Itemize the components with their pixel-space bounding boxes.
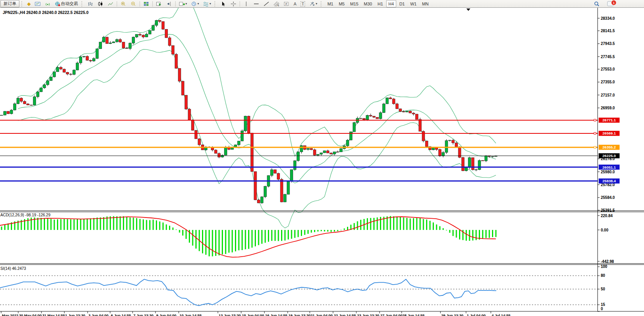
toolbar-grip [214,1,218,7]
toolbar-separator [175,1,176,7]
zoom-out-icon [130,1,136,7]
rsi-tick-label: 15 [601,302,606,307]
templates-button[interactable]: ▾ [201,0,212,7]
rsi-line [0,279,496,306]
timeframe-button-h1[interactable]: H1 [375,0,385,7]
toolbar-separator [240,1,240,7]
chart-window-icon [35,1,41,7]
rsi-indicator-label: SI(14) 46.2473 [0,266,26,271]
globe-icon [55,1,61,7]
chart-title-ohlc: JPN225-,H4 26240.0 26240.0 26222.5 26225… [3,10,88,15]
crosshair-button[interactable] [229,0,238,7]
macd-indicator-label: ACD(12,26,9) -98.19 -126.29 [0,213,50,217]
bollinger-bands-layer [18,8,496,228]
search-button[interactable] [592,0,601,7]
price-tick-label: 28141.5 [601,29,615,33]
zoom-in-icon [120,1,126,7]
auto-trading-button[interactable]: 自动交易 [53,0,79,7]
time-label: 9 Jun 04:00 [156,313,176,316]
time-label: May 2022 [2,313,18,316]
macd-panel [0,216,497,257]
macd-tick-label: -442.98 [601,259,614,264]
label-tool-button[interactable]: T [299,0,307,7]
timeframe-button-h4[interactable]: H4 [386,0,396,7]
time-label: 30 May 04:00 [19,313,42,316]
price-tick-label: 25391.5 [601,208,615,212]
toolbar-grip [21,1,24,7]
channel-icon: F [283,1,290,7]
dropdown-caret-icon: ▾ [197,2,199,5]
toolbar-separator [140,1,140,7]
trendline-icon [263,1,269,7]
auto-trading-label: 自动交易 [61,1,78,7]
line-chart-mode-button[interactable] [106,0,115,7]
time-label: 1 Jul 04:00 [467,313,486,316]
time-label: 7 Jun 23:30 [133,313,154,316]
price-axis[interactable]: 28334.028141.527943.527745.527553.027355… [598,16,620,312]
line-chart-icon [107,1,114,7]
vertical-line-icon [243,1,249,7]
timeframe-button-m1[interactable]: M1 [325,0,335,7]
chart-canvas[interactable]: 28334.028141.527943.527745.527553.027355… [0,8,644,316]
ohlc-bars-icon [87,1,93,7]
zoom-out-button[interactable] [129,0,138,7]
scroll-end-marker[interactable] [466,9,470,11]
arrows-icon [309,1,315,7]
time-axis[interactable]: May 202230 May 04:0031 May 14:551 Jun 23… [1,311,511,316]
template-icon [203,1,209,7]
time-label: 28 Jun 14:55 [402,313,425,316]
dropdown-caret-icon: ▾ [185,2,187,5]
toolbar-grip [81,1,85,7]
zoom-in-button[interactable] [119,0,128,7]
toolbar-right-icons: 1 [592,0,614,7]
auto-scroll-button[interactable] [154,0,164,7]
price-tick-label: 27553.0 [601,67,615,71]
tile-windows-button[interactable] [142,0,151,7]
candle-chart-mode-button[interactable] [96,0,105,7]
timeframe-button-m15[interactable]: M15 [348,0,361,7]
timeframe-button-m5[interactable]: M5 [337,0,347,7]
notification-badge: 1 [611,0,616,5]
horizontal-line-tool-button[interactable] [252,0,261,7]
new-order-button[interactable]: 新订单 [0,0,19,7]
level-price-label: 26569.1 [603,131,616,135]
fibonacci-tool-button[interactable]: E [272,0,281,7]
level-anchor[interactable] [594,119,596,121]
time-label: 23 Jun 23:30 [357,313,379,316]
chart-area[interactable]: 28334.028141.527943.527745.527553.027355… [0,8,644,316]
text-tool-icon: A [294,2,296,6]
trendline-tool-button[interactable] [262,0,271,7]
time-label: 21 Jun 04:00 [311,313,333,316]
rsi-tick-label: 0 [601,307,603,311]
bar-chart-mode-button[interactable] [86,0,95,7]
chart-shift-button[interactable] [164,0,174,7]
arrows-tool-button[interactable]: ▾ [307,0,319,7]
timeframe-button-mn[interactable]: MN [420,0,431,7]
time-label: 15 Jun 04:00 [242,313,264,316]
price-tick-label: 27355.0 [601,80,615,84]
new-chart-button[interactable] [33,0,42,7]
candles-layer [0,20,497,204]
price-tick-label: 27943.5 [601,41,615,46]
svg-text:E: E [278,4,279,7]
market-watch-button[interactable]: ◆ [26,0,32,7]
time-label: 22 Jun 14:55 [334,313,356,316]
cursor-button[interactable] [219,0,228,7]
level-anchor[interactable] [594,146,596,148]
signals-button[interactable] [43,0,52,7]
text-tool-button[interactable]: A [292,0,298,7]
periods-button[interactable]: ▾ [189,0,200,7]
vertical-line-tool-button[interactable] [242,0,251,7]
timeframe-button-d1[interactable]: D1 [397,0,407,7]
add-indicator-icon [179,1,185,7]
timeframe-button-m30[interactable]: M30 [361,0,374,7]
indicators-button[interactable]: ▾ [177,0,188,7]
time-label: 16 Jun 14:55 [265,313,288,316]
level-anchor[interactable] [594,132,596,134]
channel-tool-button[interactable]: F [282,0,291,7]
horizontal-line-icon [253,1,259,7]
signal-icon [45,1,51,7]
timeframe-button-w1[interactable]: W1 [408,0,419,7]
price-tick-label: 25980.0 [601,170,615,174]
chat-button[interactable]: 1 [607,1,614,6]
